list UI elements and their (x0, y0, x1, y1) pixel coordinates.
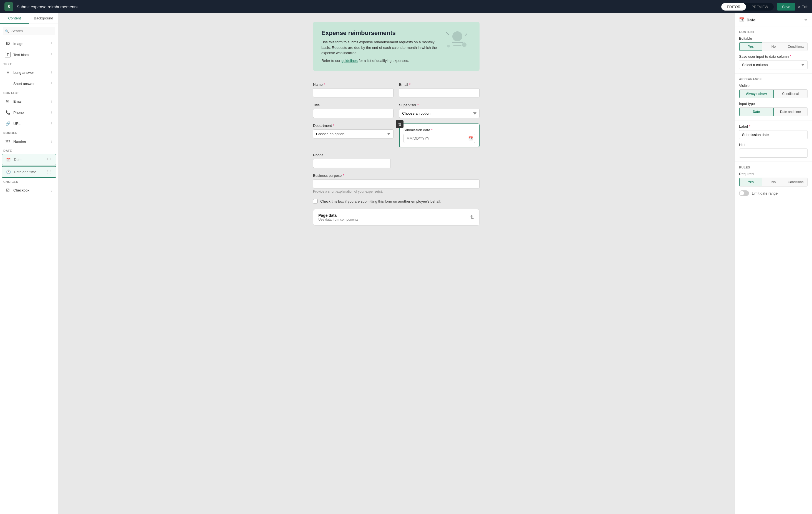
section-label-date: DATE (0, 147, 58, 153)
form-header-card: Expense reimbursements Use this form to … (313, 22, 480, 71)
sidebar-item-image[interactable]: 🖼 Image ⋮⋮ (2, 38, 56, 49)
save-button[interactable]: Save (777, 3, 795, 10)
page-data-expand-icon[interactable]: ⇅ (470, 214, 474, 220)
sidebar-item-label: Date and time (14, 170, 46, 174)
business-purpose-input[interactable] (313, 179, 480, 189)
search-input[interactable] (3, 27, 55, 35)
sidebar-item-long-answer[interactable]: ≡ Long answer ⋮⋮ (2, 67, 56, 78)
sidebar-item-text-block[interactable]: T Text block ⋮⋮ (2, 49, 56, 60)
name-label: Name * (313, 82, 394, 87)
row-dept-date: Department * Choose an option 🗑 Submissi… (313, 123, 480, 147)
topbar: S Submit expense reimbursements EDITOR P… (0, 0, 812, 13)
drag-handle[interactable]: ⋮⋮ (46, 170, 53, 174)
app-body: Content Background 🖼 Image ⋮⋮ T Text blo… (0, 13, 812, 514)
rp-date-icon: 📅 (739, 17, 744, 22)
drag-handle[interactable]: ⋮⋮ (46, 41, 53, 46)
required-yes-btn[interactable]: Yes (739, 178, 762, 186)
form-divider (313, 78, 480, 78)
sidebar-item-label: Text block (13, 53, 46, 57)
editable-no-btn[interactable]: No (762, 42, 785, 51)
main-content: Expense reimbursements Use this form to … (58, 13, 734, 514)
rp-hint-label: Hint (739, 143, 808, 147)
hint-input[interactable] (739, 148, 808, 158)
page-data-info: Page data Use data from components (318, 213, 358, 222)
guidelines-link[interactable]: guidelines (341, 59, 358, 63)
input-type-datetime-btn[interactable]: Date and time (774, 108, 808, 116)
short-answer-icon: — (5, 81, 10, 86)
editor-btn[interactable]: EDITOR (721, 3, 746, 10)
required-no-btn[interactable]: No (762, 178, 785, 186)
supervisor-select[interactable]: Choose an option (399, 109, 480, 118)
sidebar-item-phone[interactable]: 📞 Phone ⋮⋮ (2, 107, 56, 118)
submission-date-input[interactable] (404, 134, 475, 143)
sidebar-item-short-answer[interactable]: — Short answer ⋮⋮ (2, 78, 56, 89)
business-purpose-hint: Provide a short explanation of your expe… (313, 190, 480, 194)
svg-line-3 (446, 32, 449, 35)
email-label: Email * (399, 82, 480, 87)
title-label: Title (313, 103, 394, 107)
field-submission-date: 🗑 Submission date * 📅 (399, 123, 480, 147)
drag-handle[interactable]: ⋮⋮ (46, 121, 53, 125)
on-behalf-checkbox[interactable] (313, 199, 317, 203)
drag-handle[interactable]: ⋮⋮ (46, 70, 53, 75)
input-type-date-btn[interactable]: Date (739, 108, 774, 116)
sidebar-item-label: Image (13, 41, 46, 46)
label-input[interactable] (739, 130, 808, 139)
rp-rules-section: RULES Required Yes No Conditional Limit … (734, 162, 812, 200)
drag-handle[interactable]: ⋮⋮ (46, 99, 53, 103)
sidebar: Content Background 🖼 Image ⋮⋮ T Text blo… (0, 13, 58, 514)
tab-content[interactable]: Content (0, 13, 29, 24)
department-select[interactable]: Choose an option (313, 129, 394, 139)
switch-knob (740, 191, 744, 195)
save-column-wrap: Save user input to data column * Select … (739, 54, 808, 69)
illustration-svg (443, 29, 471, 52)
sidebar-item-email[interactable]: ✉ Email ⋮⋮ (2, 96, 56, 107)
tab-background[interactable]: Background (29, 13, 58, 24)
right-panel: 📅 Date ✏ CONTENT Editable Yes No Conditi… (734, 13, 812, 514)
sidebar-item-date[interactable]: 📅 Date ⋮⋮ (2, 154, 56, 165)
rp-section-label-appearance: APPEARANCE (739, 78, 808, 81)
save-column-select[interactable]: Select a column (739, 60, 808, 69)
phone-input[interactable] (313, 159, 391, 168)
drag-handle[interactable]: ⋮⋮ (46, 82, 53, 85)
section-label-number: NUMBER (0, 129, 58, 136)
limit-date-label: Limit date range (752, 191, 778, 195)
input-type-label: Input type (739, 102, 808, 106)
drag-handle[interactable]: ⋮⋮ (46, 111, 53, 114)
app-title: Submit expense reimbursements (17, 4, 718, 9)
email-icon: ✉ (5, 98, 10, 104)
preview-btn[interactable]: PREVIEW (746, 3, 774, 10)
sidebar-tabs: Content Background (0, 13, 58, 24)
form-description: Use this form to submit expense reimburs… (321, 39, 438, 56)
title-input[interactable] (313, 109, 394, 118)
long-answer-icon: ≡ (5, 70, 10, 75)
sidebar-item-checkbox[interactable]: ☑ Checkbox ⋮⋮ (2, 185, 56, 195)
sidebar-item-number[interactable]: 123 Number ⋮⋮ (2, 136, 56, 146)
input-type-toggle-group: Date Date and time (739, 107, 808, 116)
conditional-show-btn[interactable]: Conditional (774, 90, 808, 98)
required-conditional-btn[interactable]: Conditional (785, 178, 807, 186)
rp-edit-icon[interactable]: ✏ (805, 18, 808, 22)
name-input[interactable] (313, 88, 394, 97)
drag-handle[interactable]: ⋮⋮ (46, 53, 53, 57)
sidebar-item-label: Date (14, 158, 46, 162)
delete-button[interactable]: 🗑 (396, 120, 404, 128)
row-title-supervisor: Title Supervisor * Choose an option (313, 103, 480, 118)
exit-button[interactable]: ✕ Exit (798, 5, 808, 9)
drag-handle[interactable]: ⋮⋮ (46, 139, 53, 143)
phone-label: Phone (313, 153, 480, 157)
always-show-btn[interactable]: Always show (739, 90, 774, 98)
drag-handle[interactable]: ⋮⋮ (46, 188, 53, 192)
email-input[interactable] (399, 88, 480, 97)
field-email: Email * (399, 82, 480, 97)
section-label-text: TEXT (0, 60, 58, 67)
editable-yes-btn[interactable]: Yes (739, 42, 762, 51)
editable-conditional-btn[interactable]: Conditional (785, 42, 807, 51)
field-business-purpose: Business purpose * Provide a short expla… (313, 173, 480, 194)
drag-handle[interactable]: ⋮⋮ (46, 158, 53, 162)
sidebar-item-label: Long answer (13, 70, 46, 75)
sidebar-item-date-and-time[interactable]: 🕐 Date and time ⋮⋮ (2, 166, 56, 178)
sidebar-item-url[interactable]: 🔗 URL ⋮⋮ (2, 118, 56, 129)
topbar-actions: Save ✕ Exit (777, 3, 808, 10)
limit-date-toggle[interactable] (739, 191, 749, 196)
